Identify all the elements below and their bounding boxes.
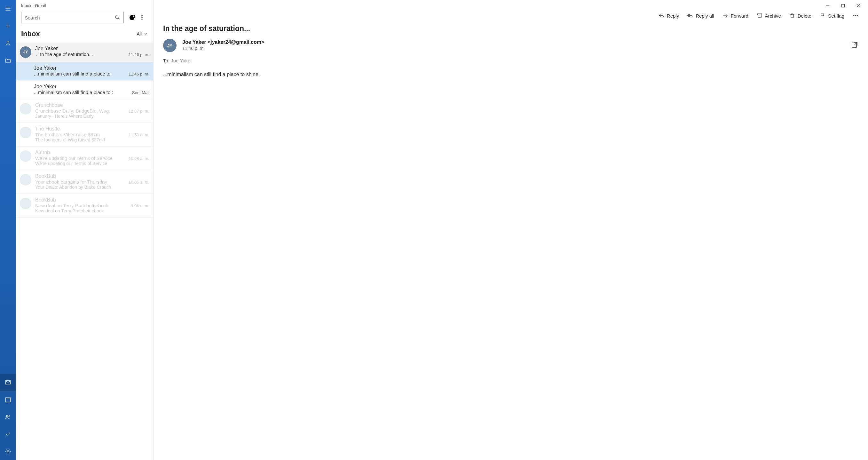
- message-time: 9:06 a. m.: [128, 204, 149, 208]
- flag-icon: [820, 13, 826, 19]
- message-subject: In the age of saturation...: [154, 24, 868, 38]
- delete-button[interactable]: Delete: [789, 13, 811, 19]
- chevron-down-icon: [144, 32, 148, 36]
- message-body: ...minimalism can still find a place to …: [154, 63, 868, 86]
- forward-button[interactable]: Forward: [722, 13, 748, 19]
- message-item[interactable]: CrunchbaseCrunchbase Daily: BridgeBio, W…: [16, 99, 153, 123]
- message-time: 11:58 a. m.: [126, 132, 149, 137]
- flag-label: Set flag: [828, 13, 844, 19]
- sender-row: JY Joe Yaker <jyaker24@gmail.com> 11:46 …: [154, 38, 868, 52]
- message-sender: Crunchbase: [35, 102, 63, 108]
- trash-icon: [789, 13, 795, 19]
- message-sender: Joe Yaker: [35, 46, 58, 52]
- delete-label: Delete: [798, 13, 811, 19]
- search-box[interactable]: [21, 12, 124, 23]
- message-list-pane: Inbox - Gmail Inbox All JYJoe Yaker⌄In t…: [16, 0, 154, 460]
- nav-rail: [0, 0, 16, 460]
- avatar: JY: [20, 47, 31, 58]
- calendar-tab[interactable]: [0, 391, 16, 408]
- avatar: [20, 174, 31, 186]
- flag-button[interactable]: Set flag: [820, 13, 844, 19]
- message-sender: BookBub: [35, 173, 56, 179]
- message-time: 11:46 p. m.: [126, 52, 149, 57]
- chevron-down-icon: ⌄: [35, 53, 38, 57]
- message-item[interactable]: JYJoe Yaker⌄In the age of saturation...1…: [16, 42, 153, 62]
- svg-point-0: [7, 41, 9, 43]
- message-subject-preview: The brothers Viber raise $37m: [35, 132, 124, 137]
- message-list[interactable]: JYJoe Yaker⌄In the age of saturation...1…: [16, 42, 153, 460]
- message-subject-preview: ...minimalism can still find a place to …: [34, 90, 128, 95]
- message-sender: BookBub: [35, 197, 56, 203]
- folder-name: Inbox: [21, 30, 40, 38]
- message-sender: Joe Yaker: [34, 84, 57, 90]
- message-subject-preview: In the age of saturation...: [40, 52, 124, 57]
- refresh-icon[interactable]: [128, 14, 136, 22]
- message-item[interactable]: Joe Yaker...minimalism can still find a …: [16, 81, 153, 99]
- sender-time: 11:46 p. m.: [182, 46, 845, 51]
- compose-button[interactable]: [0, 17, 16, 35]
- archive-button[interactable]: Archive: [757, 13, 781, 19]
- forward-icon: [722, 13, 728, 19]
- svg-point-4: [9, 416, 10, 417]
- maximize-button[interactable]: [836, 1, 850, 10]
- settings-icon[interactable]: [0, 443, 16, 460]
- people-tab[interactable]: [0, 408, 16, 425]
- message-time: 10:05 a. m.: [126, 180, 149, 185]
- svg-point-5: [7, 451, 9, 452]
- reply-button[interactable]: Reply: [658, 13, 679, 19]
- message-item[interactable]: Joe Yaker...minimalism can still find a …: [16, 62, 153, 81]
- avatar: [20, 127, 31, 138]
- minimize-button[interactable]: [821, 1, 835, 10]
- message-toolbar: Reply Reply all Forward Archive Delete S…: [154, 11, 868, 24]
- svg-point-6: [116, 16, 118, 19]
- message-item[interactable]: AirbnbWe're updating our Terms of Servic…: [16, 147, 153, 170]
- message-subject-preview: New deal on Terry Pratchett ebook: [35, 203, 126, 208]
- archive-label: Archive: [765, 13, 781, 19]
- message-preview: We're updating our Terms of Service: [35, 161, 149, 166]
- hamburger-icon[interactable]: [0, 0, 16, 17]
- message-sender: The Hustle: [35, 126, 60, 132]
- account-icon[interactable]: [0, 35, 16, 52]
- reply-all-button[interactable]: Reply all: [687, 13, 714, 19]
- more-actions-button[interactable]: [852, 13, 859, 19]
- forward-label: Forward: [731, 13, 748, 19]
- folders-icon[interactable]: [0, 52, 16, 69]
- svg-point-10: [855, 16, 856, 16]
- search-input[interactable]: [25, 15, 115, 21]
- archive-icon: [757, 13, 763, 19]
- message-item[interactable]: BookBubYour ebook bargains for Thursday1…: [16, 170, 153, 194]
- message-preview: January · Here's Where Early: [35, 114, 149, 119]
- todo-tab[interactable]: [0, 425, 16, 443]
- avatar: [20, 198, 31, 209]
- message-time: 12:07 p. m.: [126, 109, 149, 114]
- svg-rect-1: [6, 380, 10, 384]
- svg-rect-8: [757, 14, 762, 15]
- message-preview: Your Deals: Abandon by Blake Crouch: [35, 185, 149, 190]
- message-time: 10:08 a. m.: [126, 156, 149, 161]
- to-label: To:: [163, 58, 169, 63]
- svg-rect-2: [6, 398, 10, 402]
- filter-dropdown[interactable]: All: [136, 31, 148, 36]
- close-button[interactable]: [851, 1, 865, 10]
- sender-name: Joe Yaker <jyaker24@gmail.com>: [182, 39, 845, 45]
- message-preview: The founders of Wag raised $37m f: [35, 137, 149, 142]
- window-controls: [154, 0, 868, 11]
- avatar: [20, 150, 31, 162]
- window-title: Inbox - Gmail: [16, 0, 153, 10]
- message-item[interactable]: The HustleThe brothers Viber raise $37m1…: [16, 123, 153, 147]
- message-time: Sent Mail: [129, 90, 149, 95]
- reply-all-label: Reply all: [695, 13, 714, 19]
- svg-point-9: [854, 16, 854, 16]
- recipients-row: To: Joe Yaker: [154, 52, 868, 63]
- message-sender: Airbnb: [35, 150, 50, 155]
- message-item[interactable]: BookBubNew deal on Terry Pratchett ebook…: [16, 194, 153, 217]
- message-preview: New deal on Terry Pratchett ebook: [35, 208, 149, 213]
- select-mode-icon[interactable]: [141, 14, 148, 22]
- more-icon: [852, 13, 859, 19]
- filter-label: All: [136, 31, 142, 36]
- folder-header: Inbox All: [16, 27, 153, 42]
- message-subject-preview: We're updating our Terms of Service: [35, 155, 124, 161]
- mail-tab[interactable]: [0, 374, 16, 391]
- message-sender: Joe Yaker: [34, 65, 57, 71]
- open-in-window-button[interactable]: [851, 41, 859, 50]
